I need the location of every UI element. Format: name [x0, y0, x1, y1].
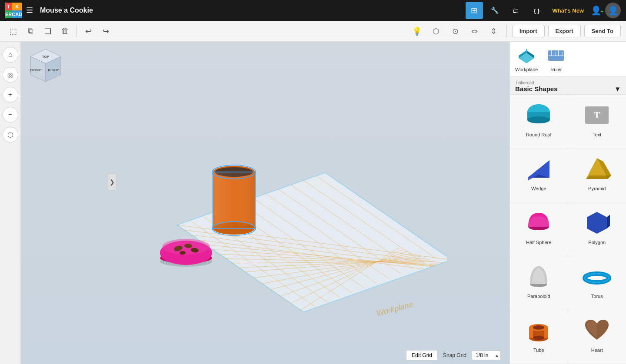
workplane-icon: [517, 46, 536, 65]
shape-item-paraboloid[interactable]: Paraboloid: [510, 256, 568, 310]
ruler-label: Ruler: [550, 67, 562, 72]
main-toolbar: ⬚ ⧉ ❑ 🗑 ↩ ↪ 💡 ⬡ ⊙ ⇔ ⇕ Import Export Send…: [0, 21, 626, 42]
gallery-button[interactable]: 🗂: [507, 2, 525, 19]
cookie-object[interactable]: [156, 236, 216, 268]
svg-line-38: [311, 172, 437, 259]
svg-line-39: [323, 168, 447, 255]
shapes-grid: Round Roof T Text: [510, 95, 626, 364]
toolbar-separator-2: [506, 25, 507, 37]
tools-button[interactable]: 🔧: [486, 2, 504, 19]
svg-text:T: T: [594, 109, 600, 120]
svg-line-37: [299, 177, 425, 264]
polygon-label: Polygon: [588, 240, 606, 245]
snap-grid-label: Snap Grid: [443, 352, 466, 358]
paraboloid-preview: [523, 261, 554, 292]
shapes-header: Tinkercad Basic Shapes ▼: [510, 77, 626, 95]
export-button[interactable]: Export: [548, 25, 581, 37]
tube-label: Tube: [533, 347, 544, 353]
perspective-button[interactable]: ⬡: [3, 127, 18, 142]
workplane-tool[interactable]: Workplane: [515, 46, 538, 72]
svg-point-69: [527, 116, 550, 123]
shape-item-tube[interactable]: Tube: [510, 310, 568, 364]
shape-item-polygon[interactable]: Polygon: [568, 202, 626, 256]
svg-line-35: [275, 187, 401, 274]
heart-preview: [582, 315, 612, 346]
align-polygon-tool[interactable]: ⬡: [428, 23, 444, 39]
svg-line-13: [194, 239, 447, 274]
basic-shapes-label: Basic Shapes: [515, 85, 558, 93]
panel-collapse-arrow[interactable]: ❯: [108, 173, 117, 191]
paraboloid-label: Paraboloid: [527, 294, 550, 299]
svg-line-34: [263, 192, 389, 278]
svg-line-12: [189, 235, 447, 269]
svg-line-21: [243, 256, 421, 279]
user-avatar[interactable]: 👤: [605, 3, 621, 18]
shape-item-half-sphere[interactable]: Half Sphere: [510, 202, 568, 256]
mirror-tool[interactable]: ⇕: [486, 23, 501, 39]
hamburger-menu[interactable]: ☰: [26, 6, 33, 15]
app-logo[interactable]: T K ER CAD: [5, 3, 21, 18]
snap-grid-wrapper: 1/8 in 1/16 in 1/4 in 1/2 in 1 in ▲: [472, 351, 501, 360]
duplicate-tool[interactable]: ❑: [40, 23, 56, 39]
home-view-button[interactable]: ⌂: [3, 47, 18, 63]
svg-line-15: [206, 249, 447, 267]
copy-tool[interactable]: ⧉: [23, 23, 38, 39]
redo-tool[interactable]: ↪: [98, 23, 113, 39]
grid-view-button[interactable]: ⊞: [466, 2, 483, 19]
toolbar-separator: [77, 25, 77, 37]
pyramid-label: Pyramid: [588, 186, 606, 191]
import-button[interactable]: Import: [512, 25, 544, 37]
svg-marker-77: [586, 175, 611, 179]
shapes-dropdown[interactable]: Basic Shapes ▼: [515, 85, 621, 93]
edit-grid-button[interactable]: Edit Grid: [406, 350, 438, 361]
flip-horizontal-tool[interactable]: ⇔: [466, 23, 482, 39]
3d-viewport[interactable]: TOP FRONT RIGHT: [21, 42, 509, 364]
svg-line-33: [250, 196, 376, 283]
half-sphere-preview: [523, 208, 554, 238]
tube-preview: [523, 315, 554, 346]
add-user-button[interactable]: 👤+: [591, 5, 602, 16]
svg-rect-45: [213, 172, 255, 228]
project-name[interactable]: Mouse a Cookie: [40, 7, 93, 14]
focus-button[interactable]: ◎: [3, 67, 18, 83]
toolbar-right: 💡 ⬡ ⊙ ⇔ ⇕ Import Export Send To: [409, 23, 621, 39]
whats-new-button[interactable]: What's New: [549, 7, 587, 14]
ruler-tool[interactable]: Ruler: [546, 46, 566, 72]
zoom-in-button[interactable]: +: [3, 87, 18, 103]
select-box-tool[interactable]: ⬚: [5, 23, 21, 39]
circle-align-tool[interactable]: ⊙: [447, 23, 463, 39]
code-button[interactable]: { }: [528, 2, 546, 19]
svg-line-36: [287, 182, 413, 269]
cylinder-object[interactable]: [208, 158, 260, 238]
svg-line-25: [286, 249, 403, 305]
svg-line-16: [211, 254, 443, 265]
delete-tool[interactable]: 🗑: [57, 23, 73, 39]
tinkercad-label: Tinkercad: [515, 80, 621, 85]
light-tool[interactable]: 💡: [409, 23, 425, 39]
left-panel: ⌂ ◎ + − ⬡: [0, 42, 21, 364]
undo-tool[interactable]: ↩: [80, 23, 96, 39]
torus-label: Torus: [591, 294, 603, 299]
half-sphere-label: Half Sphere: [526, 240, 551, 245]
round-roof-label: Round Roof: [526, 132, 552, 137]
send-to-button[interactable]: Send To: [584, 25, 621, 37]
shape-item-heart[interactable]: Heart: [568, 310, 626, 364]
svg-line-17: [217, 258, 438, 263]
svg-point-86: [592, 276, 602, 280]
svg-line-26: [299, 248, 399, 311]
svg-line-24: [273, 251, 408, 299]
shape-item-torus[interactable]: Torus: [568, 256, 626, 310]
svg-line-22: [251, 255, 416, 286]
wedge-label: Wedge: [531, 186, 546, 191]
shape-item-round-roof[interactable]: Round Roof: [510, 95, 568, 149]
logo-cad: CAD: [12, 10, 22, 18]
zoom-out-button[interactable]: −: [3, 107, 18, 122]
snap-grid-select[interactable]: 1/8 in 1/16 in 1/4 in 1/2 in 1 in: [472, 351, 501, 360]
svg-marker-82: [607, 215, 610, 228]
shape-item-pyramid[interactable]: Pyramid: [568, 149, 626, 202]
shape-item-wedge[interactable]: Wedge: [510, 149, 568, 202]
dropdown-arrow-icon: ▼: [614, 85, 621, 93]
shape-item-text[interactable]: T Text: [568, 95, 626, 149]
scene: Workplane: [21, 42, 509, 364]
logo-k: K: [12, 3, 22, 10]
